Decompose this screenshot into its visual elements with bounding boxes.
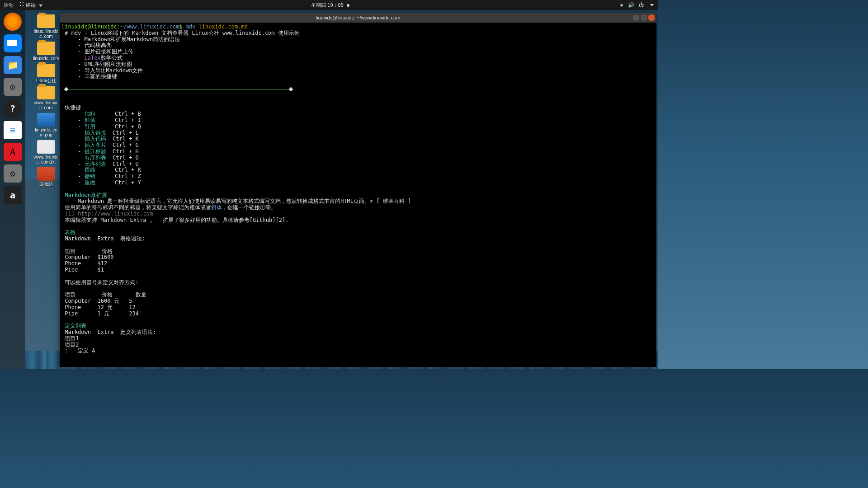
wallpaper-skyline bbox=[25, 179, 61, 351]
network-icon[interactable] bbox=[618, 2, 623, 8]
thunderbird-icon[interactable] bbox=[4, 34, 22, 52]
dock: 📁 ⚙ ? ≡ A ⚙ a bbox=[0, 10, 25, 369]
window-title: linuxidc@linuxidc: ~/www.linuxidc.com bbox=[316, 15, 401, 21]
desktop-icon[interactable]: www. linuxidc. com.txt bbox=[33, 140, 60, 164]
terminal-window: linuxidc@linuxidc: ~/www.linuxidc.com — … bbox=[60, 13, 656, 367]
gear-icon[interactable]: ⚙ bbox=[4, 164, 22, 183]
desktop-icon[interactable]: Linux公社 bbox=[33, 64, 60, 83]
software-icon[interactable]: A bbox=[4, 143, 22, 161]
editor-icon[interactable]: ≡ bbox=[4, 121, 22, 139]
datetime[interactable]: 星期四 19：05 bbox=[42, 2, 618, 9]
activities-button[interactable]: 活动 bbox=[4, 2, 14, 9]
desktop-icon[interactable]: www. linuxidc. com bbox=[33, 86, 60, 110]
files-icon[interactable]: 📁 bbox=[4, 56, 22, 74]
desktop-icon[interactable]: 回收站 bbox=[33, 167, 60, 187]
terminal-body[interactable]: linuxidc@linuxidc:~/www.linuxidc.com$ md… bbox=[60, 23, 656, 356]
help-icon[interactable]: ? bbox=[4, 99, 22, 117]
desktop-icon[interactable]: linux. linuxidc. com bbox=[33, 14, 60, 39]
maximize-button[interactable]: □ bbox=[641, 14, 647, 21]
terminal-titlebar[interactable]: linuxidc@linuxidc: ~/www.linuxidc.com — … bbox=[60, 13, 656, 23]
topbar: 活动 终端 星期四 19：05 🔊 ⏻ bbox=[0, 0, 658, 10]
power-icon[interactable]: ⏻ bbox=[639, 2, 644, 8]
desktop-icons: linux. linuxidc. comlinuxidc. comLinux公社… bbox=[33, 14, 60, 187]
desktop-icon[interactable]: linuxidc. com bbox=[33, 42, 60, 61]
system-menu-chevron[interactable] bbox=[650, 4, 654, 6]
app-menu[interactable]: 终端 bbox=[19, 1, 42, 9]
minimize-button[interactable]: — bbox=[633, 14, 639, 21]
sound-icon[interactable]: 🔊 bbox=[628, 2, 634, 8]
amazon-icon[interactable]: a bbox=[4, 186, 22, 204]
close-button[interactable]: × bbox=[648, 14, 655, 21]
settings-icon[interactable]: ⚙ bbox=[4, 78, 22, 96]
firefox-icon[interactable] bbox=[4, 13, 22, 31]
desktop-icon[interactable]: linuxidc. com.png bbox=[33, 113, 60, 137]
